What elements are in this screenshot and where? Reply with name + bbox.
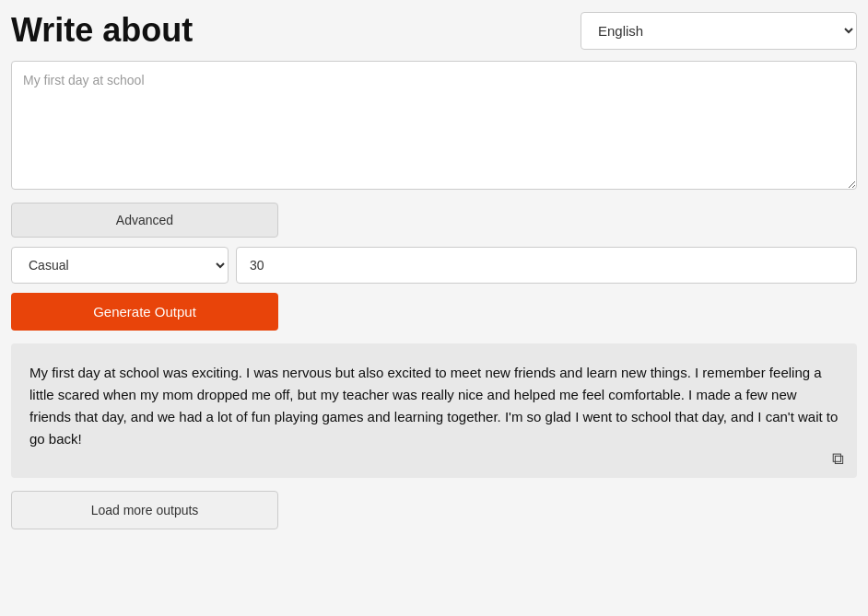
advanced-button[interactable]: Advanced bbox=[11, 203, 278, 238]
output-text: My first day at school was exciting. I w… bbox=[29, 362, 839, 450]
output-box: My first day at school was exciting. I w… bbox=[11, 343, 857, 478]
words-input[interactable] bbox=[236, 247, 857, 284]
page-title: Write about bbox=[11, 11, 193, 50]
controls-row: Casual Formal Friendly Professional Humo… bbox=[11, 247, 857, 284]
page-container: Write about English Advanced Casual Form… bbox=[11, 11, 857, 529]
tone-select[interactable]: Casual Formal Friendly Professional Humo… bbox=[11, 247, 229, 284]
header-row: Write about English bbox=[11, 11, 857, 50]
copy-icon[interactable]: ⧉ bbox=[832, 449, 844, 469]
load-more-button[interactable]: Load more outputs bbox=[11, 491, 278, 529]
language-select[interactable]: English bbox=[581, 12, 857, 50]
topic-textarea[interactable] bbox=[11, 61, 857, 190]
generate-output-button[interactable]: Generate Output bbox=[11, 293, 278, 331]
